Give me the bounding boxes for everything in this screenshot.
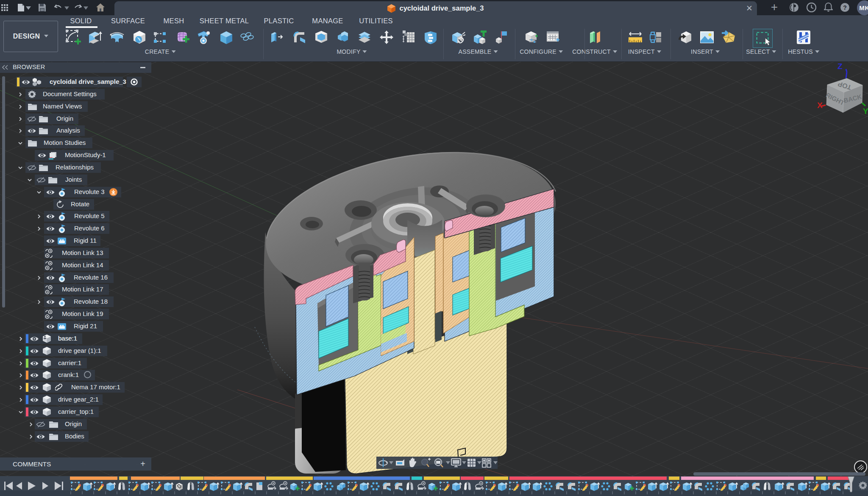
svg-text:?: ?: [843, 4, 847, 11]
svg-text:X: X: [817, 101, 823, 110]
svg-text:Y: Y: [863, 107, 868, 116]
svg-text:Z: Z: [837, 62, 843, 71]
